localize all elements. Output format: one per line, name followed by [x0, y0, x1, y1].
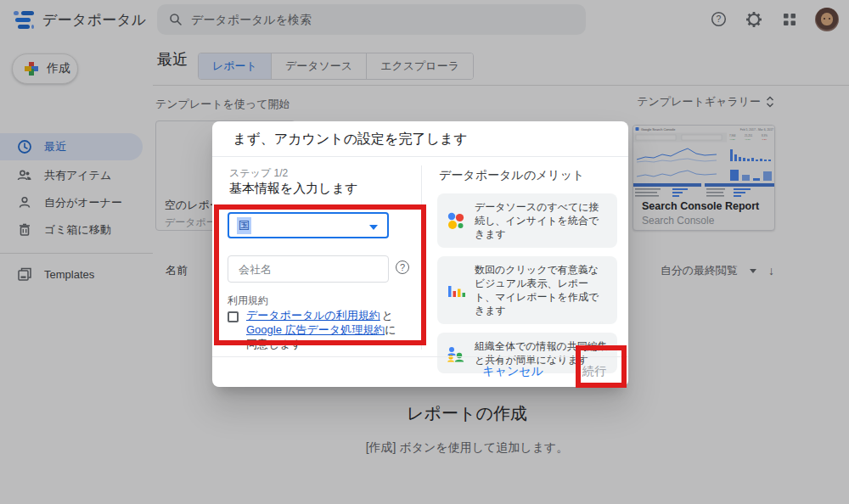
bar-chart-icon [446, 280, 466, 300]
dialog-column-divider [421, 165, 422, 350]
terms-text: データポータルの利用規約とGoogle 広告データ処理規約に同意します [246, 308, 399, 351]
connect-dots-icon [446, 210, 466, 231]
benefit-item-visualize: 数回のクリックで有意義なビジュアル表示、レポート、マイレポートを作成できます [437, 256, 617, 324]
benefit-text: 数回のクリックで有意義なビジュアル表示、レポート、マイレポートを作成できます [475, 263, 609, 317]
terms-link-google-ads[interactable]: Google 広告データ処理規約 [246, 323, 385, 336]
company-name-field [228, 255, 389, 283]
terms-joiner: と [382, 309, 393, 322]
benefit-item-connect: データソースのすべてに接続し、インサイトを統合できます [437, 193, 617, 248]
dialog-title: まず、アカウントの設定を完了します [212, 121, 628, 157]
terms-section-label: 利用規約 [228, 294, 268, 308]
dropdown-caret-icon [369, 225, 378, 230]
footer-divider [212, 356, 628, 357]
dialog-actions: キャンセル 続行 [475, 361, 613, 383]
continue-button[interactable]: 続行 [576, 361, 613, 383]
benefits-list: データソースのすべてに接続し、インサイトを統合できます 数回のクリックで有意義な… [437, 193, 617, 373]
terms-link-data-portal[interactable]: データポータルの利用規約 [246, 309, 380, 322]
step-label: ステップ 1/2 [229, 166, 288, 181]
step-title: 基本情報を入力します [229, 181, 357, 197]
company-help-icon[interactable]: ? [396, 260, 409, 274]
terms-checkbox[interactable] [228, 311, 239, 322]
country-select[interactable]: 国 [228, 212, 389, 238]
company-name-input[interactable] [228, 256, 388, 282]
benefits-title: データポータルのメリット [439, 168, 584, 183]
cancel-button[interactable]: キャンセル [475, 361, 550, 383]
country-selected-value: 国 [237, 217, 251, 234]
app-window: データポータル ? [0, 0, 849, 504]
benefit-text: データソースのすべてに接続し、インサイトを統合できます [475, 200, 609, 241]
account-setup-dialog: まず、アカウントの設定を完了します ステップ 1/2 基本情報を入力します 国 … [212, 121, 628, 387]
team-icon [446, 343, 466, 363]
